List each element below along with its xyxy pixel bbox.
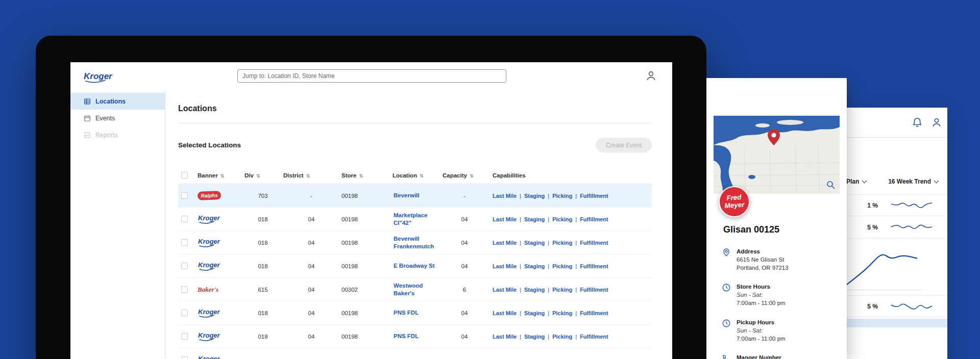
capability-link[interactable]: Fulfillment [580, 334, 608, 340]
location-link[interactable]: E Broadway St [393, 262, 443, 270]
sparkline-chart [891, 199, 932, 212]
store-detail-card: Fred Meyer Glisan 00125 Address6615 Ne G… [706, 78, 847, 359]
sidebar-item-events[interactable]: Events [70, 110, 165, 126]
capability-link[interactable]: Fulfillment [580, 240, 608, 246]
user-icon[interactable] [645, 70, 657, 84]
banner-cell: Kroger [198, 259, 244, 274]
table-row[interactable]: Kroger 018 04 00198 Beverwill Frankenmut… [178, 231, 652, 254]
sort-icon[interactable]: ⇅ [306, 173, 310, 178]
capability-link[interactable]: Fulfillment [580, 216, 608, 222]
row-checkbox[interactable] [181, 263, 188, 269]
sort-icon[interactable]: ⇅ [256, 173, 260, 178]
capabilities-cell: Last Mile|Staging|Picking|Fulfillment [488, 263, 652, 269]
profile-icon[interactable] [931, 117, 942, 130]
svg-text:Kroger: Kroger [198, 214, 220, 222]
capability-link[interactable]: Last Mile [493, 287, 517, 293]
capacity-value: 04 [443, 263, 488, 269]
capability-link[interactable]: Staging [524, 310, 545, 316]
sidebar-item-reports[interactable]: Reports [70, 126, 165, 143]
capability-link[interactable]: Picking [552, 240, 572, 246]
select-all-checkbox[interactable] [181, 172, 188, 178]
table-row[interactable]: Kroger 018 04 00198 PNS FDL 04 Last Mile… [178, 325, 652, 348]
capability-link[interactable]: Fulfillment [580, 263, 608, 269]
column-header-store: Store [341, 172, 356, 178]
row-checkbox[interactable] [181, 192, 188, 199]
sort-icon[interactable]: ⇅ [420, 173, 424, 178]
location-link[interactable]: Westwood Baker's [393, 282, 443, 297]
ralphs-logo: Ralphs [198, 191, 222, 200]
capability-link[interactable]: Staging [524, 287, 545, 293]
location-link[interactable]: Marketplace Cl"42" [393, 212, 443, 227]
app-header: Kroger [70, 62, 672, 90]
capacity-value: 6 [443, 287, 488, 293]
device-frame: Kroger Locations [36, 36, 706, 359]
sort-icon[interactable]: ⇅ [220, 173, 225, 178]
create-event-button[interactable]: Create Event [596, 138, 652, 152]
bell-icon[interactable] [912, 117, 923, 130]
capability-link[interactable]: Staging [524, 334, 545, 340]
capability-link[interactable]: Last Mile [493, 193, 517, 199]
capability-link[interactable]: Last Mile [493, 216, 517, 222]
row-checkbox[interactable] [181, 310, 188, 316]
capability-link[interactable]: Picking [552, 334, 572, 340]
capability-link[interactable]: Picking [552, 193, 572, 199]
location-link[interactable]: PNS FDL [393, 309, 443, 317]
capability-link[interactable]: Picking [552, 216, 572, 222]
row-checkbox[interactable] [181, 333, 188, 340]
sidebar-item-label: Locations [95, 98, 126, 105]
capability-link[interactable]: Staging [524, 263, 545, 269]
capability-link[interactable]: Staging [524, 216, 545, 222]
store-value: 00198 [341, 216, 393, 222]
capability-link[interactable]: Last Mile [493, 263, 517, 269]
capability-link[interactable]: Fulfillment [580, 310, 608, 316]
store-info-list: Address6615 Ne Glisan StPortland, OR 972… [722, 247, 847, 359]
store-map[interactable] [714, 116, 840, 194]
plan-column-header[interactable]: Plan [846, 178, 866, 185]
location-link[interactable]: Beverwill Frankenmutch [393, 235, 443, 250]
column-header-capabilities: Capabilities [493, 172, 526, 178]
store-value: 00198 [341, 334, 393, 340]
table-row[interactable]: Kroger 018 04 00198 Marketplace Cl"42" 0… [178, 208, 652, 231]
capability-link[interactable]: Last Mile [493, 310, 517, 316]
info-item-pickup-hours: Pickup HoursSun - Sat:7:00am - 11:00 pm [722, 318, 847, 343]
capability-link[interactable]: Staging [524, 193, 545, 199]
sidebar-item-locations[interactable]: Locations [70, 93, 165, 110]
page: Kroger Locations [0, 0, 980, 359]
row-checkbox[interactable] [181, 216, 188, 222]
banner-cell: Kroger [198, 212, 244, 227]
div-value: 018 [244, 310, 283, 316]
banner-cell: Kroger [198, 352, 244, 359]
row-checkbox[interactable] [181, 239, 188, 246]
kroger-logo: Kroger [198, 235, 222, 249]
table-row[interactable]: Ralphs 703 - 00198 Beverwill - Last Mile… [178, 184, 652, 208]
row-checkbox[interactable] [181, 286, 188, 293]
capability-link[interactable]: Last Mile [493, 334, 517, 340]
table-row[interactable]: Kroger [178, 348, 652, 359]
trend-column-header[interactable]: 16 Week Trend [888, 178, 938, 185]
capabilities-cell: Last Mile|Staging|Picking|Fulfillment [488, 287, 652, 293]
section-title: Selected Locations [178, 141, 241, 149]
capability-link[interactable]: Fulfillment [580, 193, 608, 199]
kroger-app: Kroger Locations [70, 62, 672, 359]
sort-icon[interactable]: ⇅ [470, 173, 474, 178]
table-row[interactable]: Kroger 018 04 00198 E Broadway St 04 Las… [178, 254, 652, 278]
sort-icon[interactable]: ⇅ [359, 173, 363, 178]
capability-link[interactable]: Picking [552, 310, 572, 316]
chevron-down-icon [862, 178, 867, 184]
search-input[interactable] [237, 69, 506, 83]
svg-text:Kroger: Kroger [198, 308, 220, 316]
capability-link[interactable]: Staging [524, 240, 545, 246]
capability-link[interactable]: Fulfillment [580, 287, 608, 293]
row-checkbox[interactable] [181, 356, 188, 359]
capabilities-cell: Last Mile|Staging|Picking|Fulfillment [488, 216, 652, 222]
location-link[interactable]: PNS FDL [393, 332, 443, 340]
table-row[interactable]: Baker's 615 04 00302 Westwood Baker's 6 … [178, 278, 652, 301]
table-row[interactable]: Kroger 018 04 00198 PNS FDL 04 Last Mile… [178, 301, 652, 325]
capability-link[interactable]: Picking [552, 287, 572, 293]
capability-link[interactable]: Picking [552, 263, 572, 269]
location-link[interactable]: Beverwill [393, 192, 443, 199]
capability-link[interactable]: Last Mile [493, 240, 517, 246]
svg-text:Kroger: Kroger [198, 261, 220, 269]
kroger-logo: Kroger [83, 66, 118, 87]
sparkline-chart [891, 300, 932, 313]
